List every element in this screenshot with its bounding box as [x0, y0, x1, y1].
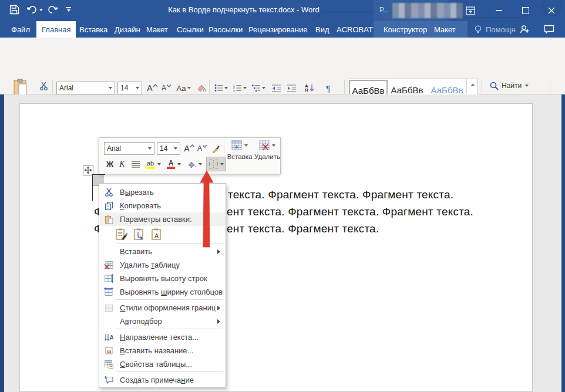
grow-font-button[interactable]: A — [145, 82, 159, 94]
undo-dropdown[interactable] — [39, 9, 43, 11]
paste-keep-formatting-button[interactable] — [114, 227, 129, 242]
customize-qat-button[interactable] — [66, 7, 71, 12]
tab-acrobat[interactable]: ACROBAT — [331, 21, 378, 38]
window-edge-left — [0, 94, 4, 392]
tab-mailings[interactable]: Рассылки — [203, 21, 248, 38]
close-button[interactable] — [544, 4, 559, 17]
menu-item-text-direction[interactable]: A Направление текста... — [100, 330, 225, 344]
svg-text:A: A — [203, 87, 206, 93]
mini-font-color-button[interactable]: А — [165, 157, 183, 171]
tell-me-help[interactable]: Помощн — [469, 21, 521, 38]
table-properties-icon — [102, 360, 115, 369]
mini-delete-table-button[interactable]: Удалить — [254, 140, 280, 173]
styles-scroll-up[interactable] — [467, 79, 478, 90]
menu-separator — [116, 371, 223, 372]
tab-layout[interactable]: Макет — [141, 21, 173, 38]
tab-table-design[interactable]: Конструктор — [378, 21, 432, 38]
search-icon — [490, 82, 499, 90]
save-button[interactable] — [9, 5, 19, 15]
tab-review[interactable]: Рецензирование — [243, 21, 312, 38]
mini-bold-button[interactable]: Ж — [104, 157, 116, 171]
maximize-button[interactable] — [518, 4, 533, 17]
submenu-arrow-icon — [217, 306, 220, 310]
svg-text:3: 3 — [233, 89, 235, 93]
menu-item-distribute-rows[interactable]: Выровнять высоту строк — [100, 272, 225, 285]
menu-item-distribute-columns[interactable]: Выровнять ширину столбцов — [100, 285, 225, 299]
menu-separator — [116, 329, 223, 329]
paste-text-only-button[interactable]: A — [149, 227, 164, 242]
move-icon — [85, 167, 92, 174]
mini-toolbar: Arial 14 A A Вставка — [99, 137, 281, 174]
mini-grow-font-button[interactable]: A — [183, 142, 196, 155]
sort-button[interactable]: АЯ — [302, 82, 317, 94]
mini-insert-table-button[interactable]: Вставка — [226, 140, 253, 173]
submenu-arrow-icon — [217, 319, 220, 324]
minimize-button[interactable] — [491, 4, 506, 17]
numbering-button[interactable]: 123 — [231, 82, 248, 94]
new-comment-icon — [102, 376, 115, 384]
mini-align-button[interactable] — [129, 157, 143, 171]
tab-file[interactable]: Файл — [6, 21, 35, 38]
menu-item-delete-table[interactable]: Удалить таблицу — [100, 258, 225, 272]
comments-icon[interactable] — [544, 25, 554, 34]
title-bar: Как в Ворде подчеркнуть текст.docx - Wor… — [0, 0, 565, 21]
menu-item-new-comment[interactable]: Создать примечание — [100, 373, 225, 387]
window-title: Как в Ворде подчеркнуть текст.docx - Wor… — [117, 5, 370, 14]
mini-format-painter-button[interactable] — [209, 142, 222, 155]
document-area: текста. Фрагмент текста. Фрагмент текста… — [0, 94, 565, 392]
mini-highlight-button[interactable]: ab — [144, 157, 163, 171]
table-tools-label: Р... — [379, 6, 389, 14]
decrease-indent-button[interactable] — [269, 82, 283, 94]
mini-italic-button[interactable]: К — [117, 157, 127, 171]
text-direction-icon: A — [102, 333, 115, 342]
change-case-button[interactable]: Aa — [175, 82, 193, 94]
tab-insert[interactable]: Вставка — [74, 21, 113, 38]
distribute-rows-icon — [102, 274, 115, 283]
submenu-arrow-icon — [217, 249, 220, 254]
border-styles-icon — [102, 304, 115, 312]
bullets-button[interactable] — [213, 82, 229, 94]
mini-font-size-combo[interactable]: 14 — [157, 142, 180, 155]
clear-formatting-button[interactable]: A — [195, 82, 208, 94]
font-family-combo[interactable]: Arial — [56, 82, 115, 94]
distribute-columns-icon — [102, 288, 115, 296]
delete-table-icon — [259, 140, 270, 151]
tab-home[interactable]: Главная — [36, 21, 76, 38]
font-size-combo[interactable]: 14 — [117, 82, 142, 94]
mini-shrink-font-button[interactable]: A — [196, 142, 208, 155]
menu-item-table-properties[interactable]: Свойства таблицы... — [100, 357, 225, 371]
show-paragraph-marks-button[interactable]: ¶ — [322, 82, 335, 94]
cut-icon — [102, 188, 115, 197]
red-callout-arrow — [196, 170, 217, 249]
ribbon-tab-row: Файл Главная Вставка Дизайн Макет Ссылки… — [0, 21, 565, 38]
mini-font-family-combo[interactable]: Arial — [104, 142, 154, 155]
menu-separator — [116, 299, 223, 300]
redacted-user-name — [392, 3, 463, 18]
multilevel-list-button[interactable] — [250, 82, 267, 94]
redo-button[interactable] — [47, 5, 58, 15]
paste-icon — [102, 215, 115, 224]
insert-caption-icon — [102, 346, 115, 355]
svg-text:A: A — [110, 334, 114, 341]
shrink-font-button[interactable]: A — [160, 82, 173, 94]
word-window: Как в Ворде подчеркнуть текст.docx - Wor… — [0, 0, 565, 392]
undo-button[interactable] — [27, 5, 43, 15]
doc-text-line2: ент текста. Фрагмент текста. Фрагмент те… — [227, 205, 473, 218]
lightbulb-icon — [474, 25, 482, 35]
increase-indent-button[interactable] — [284, 82, 298, 94]
paste-merge-formatting-button[interactable] — [132, 227, 147, 242]
doc-text-line3: ент текста. Фрагмент текста. — [227, 222, 379, 235]
cut-button[interactable] — [38, 80, 49, 92]
menu-item-insert-caption[interactable]: Вставить название... — [100, 344, 225, 357]
ribbon: Вставить Буфер обм... Arial 14 A A Aa A … — [0, 38, 565, 94]
menu-item-border-styles[interactable]: Стили оформления границ — [100, 301, 225, 315]
tab-table-layout[interactable]: Макет — [429, 21, 461, 38]
tab-design[interactable]: Дизайн — [109, 21, 146, 38]
find-button[interactable]: Найти — [490, 80, 529, 92]
copy-icon — [102, 201, 115, 210]
share-icon[interactable] — [519, 24, 530, 35]
ribbon-display-options-button[interactable] — [463, 4, 478, 17]
table-border-left — [92, 186, 93, 201]
menu-item-autofit[interactable]: Автоподбор — [100, 315, 225, 328]
window-edge-right — [561, 94, 565, 392]
